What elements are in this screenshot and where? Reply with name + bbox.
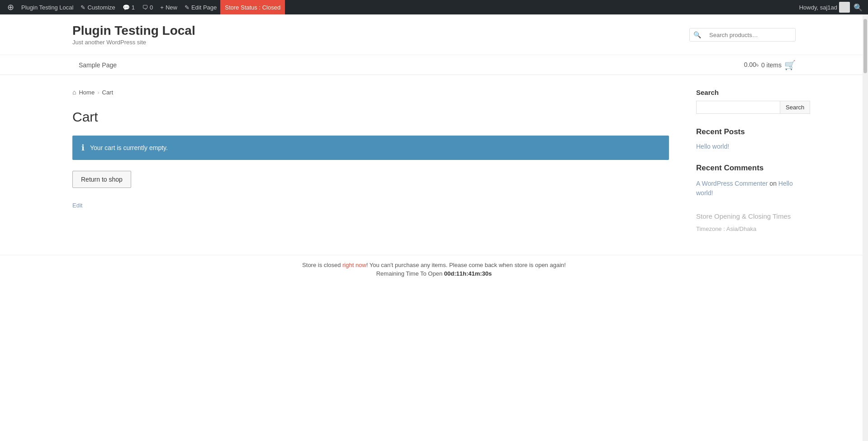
cart-notice: ℹ Your cart is currently empty. [72,136,669,160]
store-times-widget: Store Opening & Closing Times Timezone :… [696,211,796,232]
adminbar-search-icon[interactable]: 🔍 [852,1,864,14]
site-nav: Sample Page 0.00৳ 0 items 🛒 [0,55,868,75]
commenter-link[interactable]: A WordPress Commenter [696,180,768,187]
breadcrumb-current: Cart [102,89,114,96]
footer-line2: Remaining Time To Open 00d:11h:41m:30s [6,270,862,277]
comments-item[interactable]: 💬 1 [119,0,138,14]
commenter-on-text: on [769,180,778,187]
content-area: ⌂ Home › Cart Cart ℹ Your cart is curren… [72,89,669,241]
scrollbar-track[interactable] [863,14,868,441]
scrollbar-thumb[interactable] [863,19,867,73]
recent-comments-heading: Recent Comments [696,164,796,173]
site-title[interactable]: Plugin Testing Local [72,23,195,38]
nav-links: Sample Page [72,56,123,74]
comments2-count: 0 [150,4,153,11]
wp-icon: ⊕ [7,2,14,12]
store-times-heading: Store Opening & Closing Times [696,211,796,221]
nav-sample-page[interactable]: Sample Page [72,56,123,74]
comments2-item[interactable]: 🗨 0 [138,0,157,14]
return-to-shop-button[interactable]: Return to shop [72,171,131,188]
home-icon: ⌂ [72,89,76,96]
cart-heading: Cart [72,109,669,125]
edit-icon: ✎ [185,4,190,11]
adminbar-right: Howdy, saj1ad 🔍 [799,1,864,14]
recent-posts-heading: Recent Posts [696,127,796,136]
breadcrumb-separator: › [97,89,99,96]
customize-label: Customize [87,4,115,11]
site-name-item[interactable]: Plugin Testing Local [18,0,77,14]
page-wrapper: Plugin Testing Local Just another WordPr… [0,14,868,441]
search-products-input[interactable] [705,29,795,41]
footer-bar: Store is closed right now! You can't pur… [0,255,868,283]
comments-count: 1 [132,4,135,11]
store-status-badge[interactable]: Store Status : Closed [220,0,285,14]
site-header: Plugin Testing Local Just another WordPr… [0,14,868,55]
comment-icon: 💬 [123,4,130,11]
footer-highlight: right now [342,262,366,268]
footer-prefix: Store is closed [302,262,342,268]
footer-remaining-prefix: Remaining Time To Open [376,270,444,277]
sidebar-search-button[interactable]: Search [780,101,810,114]
user-greeting: Howdy, saj1ad [799,4,837,11]
site-tagline: Just another WordPress site [72,39,195,46]
info-icon: ℹ [81,143,85,153]
breadcrumb-home-link[interactable]: Home [79,89,95,96]
new-icon: + [160,4,164,11]
search-products-icon: 🔍 [690,28,705,41]
comment-entry: A WordPress Commenter on Hello world! [696,179,796,198]
cart-price: 0.00৳ [744,61,759,69]
main-content: ⌂ Home › Cart Cart ℹ Your cart is curren… [0,75,868,255]
site-branding: Plugin Testing Local Just another WordPr… [72,23,195,46]
store-status-label: Store Status : Closed [225,4,280,11]
comment2-icon: 🗨 [142,4,148,11]
admin-bar: ⊕ Plugin Testing Local ✎ Customize 💬 1 🗨… [0,0,868,14]
customize-item[interactable]: ✎ Customize [77,0,119,14]
recent-posts-widget: Recent Posts Hello world! [696,127,796,150]
recent-comments-widget: Recent Comments A WordPress Commenter on… [696,164,796,198]
recent-post-hello-world[interactable]: Hello world! [696,143,796,150]
breadcrumb: ⌂ Home › Cart [72,89,669,96]
site-name-label: Plugin Testing Local [21,4,73,11]
timezone-text: Timezone : Asia/Dhaka [696,225,796,232]
footer-line1: Store is closed right now! You can't pur… [6,262,862,268]
search-products-form: 🔍 [689,28,796,42]
sidebar: Search Search Recent Posts Hello world! … [696,89,796,241]
sidebar-search-form: Search [696,101,796,114]
footer-suffix: ! You can't purchase any items. Please c… [366,262,566,268]
new-item[interactable]: + New [157,0,181,14]
footer-timer: 00d:11h:41m:30s [444,270,492,277]
sidebar-search-label: Search [696,89,796,96]
edit-page-item[interactable]: ✎ Edit Page [181,0,220,14]
cart-notice-text: Your cart is currently empty. [90,144,168,151]
cart-icon: 🛒 [784,60,796,70]
user-avatar [839,2,850,13]
customize-icon: ✎ [81,4,85,11]
sidebar-search-input[interactable] [696,101,780,114]
cart-widget[interactable]: 0.00৳ 0 items 🛒 [744,60,796,70]
edit-link[interactable]: Edit [72,202,82,209]
sidebar-search-widget: Search Search [696,89,796,114]
new-label: New [166,4,177,11]
edit-page-label: Edit Page [191,4,217,11]
cart-items-count: 0 items [761,61,782,69]
wp-logo[interactable]: ⊕ [4,0,18,14]
